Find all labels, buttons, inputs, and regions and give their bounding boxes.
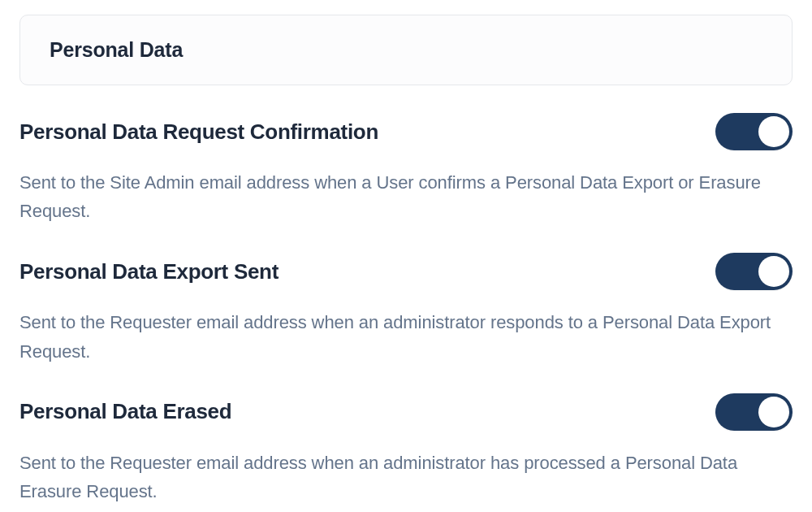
setting-description: Sent to the Requester email address when… xyxy=(19,308,793,365)
toggle-export-sent[interactable] xyxy=(715,253,793,290)
setting-export-sent: Personal Data Export Sent Sent to the Re… xyxy=(19,253,793,365)
setting-request-confirmation: Personal Data Request Confirmation Sent … xyxy=(19,113,793,225)
setting-title: Personal Data Erased xyxy=(19,399,231,424)
toggle-request-confirmation[interactable] xyxy=(715,113,793,150)
setting-title: Personal Data Request Confirmation xyxy=(19,119,378,145)
setting-description: Sent to the Requester email address when… xyxy=(19,449,793,505)
toggle-knob xyxy=(758,116,789,147)
setting-description: Sent to the Site Admin email address whe… xyxy=(19,168,793,225)
toggle-knob xyxy=(758,256,789,287)
setting-data-erased: Personal Data Erased Sent to the Request… xyxy=(19,393,793,505)
setting-title: Personal Data Export Sent xyxy=(19,259,279,284)
toggle-knob xyxy=(758,397,789,427)
setting-row: Personal Data Export Sent xyxy=(19,253,793,290)
section-header-personal-data: Personal Data xyxy=(19,15,793,85)
setting-row: Personal Data Request Confirmation xyxy=(19,113,793,150)
toggle-data-erased[interactable] xyxy=(715,393,793,431)
setting-row: Personal Data Erased xyxy=(19,393,793,431)
section-title: Personal Data xyxy=(50,38,762,62)
